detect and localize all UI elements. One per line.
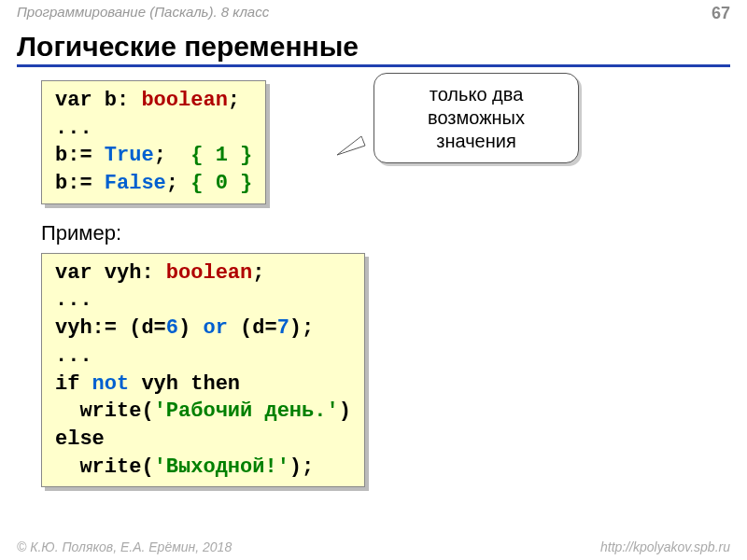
code-text: ; — [252, 261, 264, 285]
kw-not: not — [92, 372, 130, 396]
code-block-2-wrap: var vyh: boolean; ... vyh:= (d=6) or (d=… — [41, 253, 365, 488]
kw-or: or — [203, 316, 227, 340]
header-topic: Программирование (Паскаль). 8 класс — [17, 4, 269, 23]
svg-marker-1 — [341, 137, 363, 153]
kw-type: boolean — [141, 89, 227, 112]
code-block-1-wrap: var b: boolean; ... b:= True; { 1 } b:= … — [41, 80, 266, 204]
kw-type: boolean — [166, 261, 252, 285]
code-block-2: var vyh: boolean; ... vyh:= (d=6) or (d=… — [41, 253, 365, 488]
kw-num: 6 — [166, 316, 178, 340]
kw-string: 'Выходной!' — [154, 455, 289, 479]
code-text: ; — [154, 144, 191, 167]
code-text: b:= — [55, 144, 105, 167]
footer-url: http://kpolyakov.spb.ru — [600, 539, 730, 554]
slide-footer: © К.Ю. Поляков, Е.А. Ерёмин, 2018 http:/… — [17, 539, 730, 554]
page-number: 67 — [712, 4, 730, 23]
kw-if: if — [55, 372, 79, 396]
code-text: b: — [92, 89, 142, 112]
code-text: write( — [55, 455, 154, 479]
callout-bubble: только два возможных значения — [374, 73, 579, 163]
code-text: write( — [55, 399, 154, 423]
code-text: ... — [55, 344, 92, 368]
kw-comment: { 0 } — [190, 172, 252, 195]
code-text: ) — [178, 316, 203, 340]
code-text: ); — [289, 455, 314, 479]
example-label: Пример: — [41, 221, 730, 245]
kw-string: 'Рабочий день.' — [154, 399, 339, 423]
code-text: ... — [55, 117, 92, 140]
kw-bool: False — [105, 172, 166, 195]
kw-then: then — [190, 372, 240, 396]
kw-var: var — [55, 261, 92, 285]
code-text: ; — [166, 172, 190, 195]
slide-content: var b: boolean; ... b:= True; { 1 } b:= … — [0, 71, 747, 487]
kw-bool: True — [105, 144, 154, 167]
code-text: vyh: — [92, 261, 166, 285]
code-block-1: var b: boolean; ... b:= True; { 1 } b:= … — [41, 80, 266, 204]
footer-copyright: © К.Ю. Поляков, Е.А. Ерёмин, 2018 — [17, 539, 232, 554]
code-text: b:= — [55, 172, 105, 195]
code-text: ); — [289, 316, 314, 340]
code-text: (d= — [228, 316, 277, 340]
code-text: ; — [228, 89, 240, 112]
code-text: ) — [339, 399, 351, 423]
kw-num: 7 — [277, 316, 289, 340]
code-text: vyh:= (d= — [55, 316, 166, 340]
kw-comment: { 1 } — [190, 144, 252, 167]
slide-title: Логические переменные — [17, 31, 730, 67]
code-text — [79, 372, 92, 396]
slide-header: Программирование (Паскаль). 8 класс 67 — [0, 0, 747, 23]
kw-var: var — [55, 89, 92, 112]
code-text: ... — [55, 288, 92, 312]
kw-else: else — [55, 427, 105, 451]
code-text: vyh — [129, 372, 190, 396]
